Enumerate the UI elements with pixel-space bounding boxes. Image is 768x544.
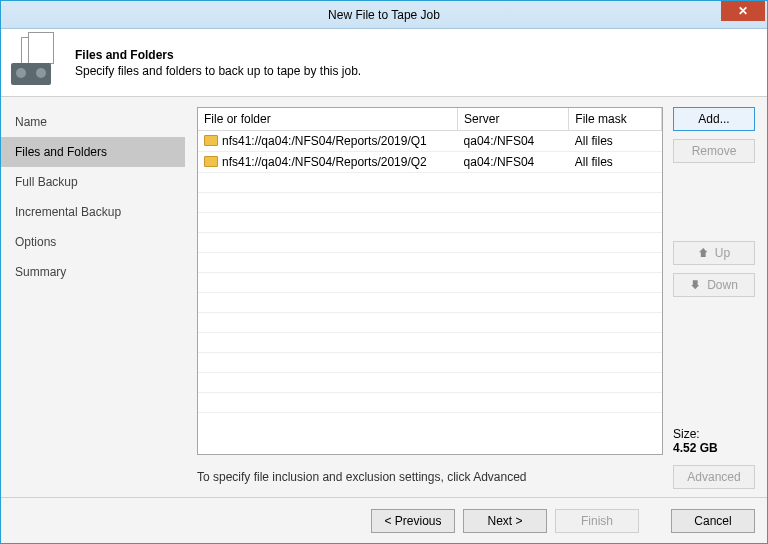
size-label: Size: [673, 427, 755, 441]
sidebar-item-options[interactable]: Options [1, 227, 185, 257]
wizard-body: Name Files and Folders Full Backup Incre… [1, 97, 767, 497]
cell-mask: All files [569, 152, 662, 173]
button-label: Finish [581, 514, 613, 528]
sidebar-item-name[interactable]: Name [1, 107, 185, 137]
button-label: Down [707, 278, 738, 292]
cancel-button[interactable]: Cancel [671, 509, 755, 533]
button-label: Add... [698, 112, 729, 126]
tape-files-icon [11, 37, 63, 89]
table-row [198, 293, 662, 313]
down-button: 🡇Down [673, 273, 755, 297]
arrow-down-icon: 🡇 [690, 279, 701, 291]
table-row [198, 353, 662, 373]
table-row [198, 213, 662, 233]
folder-icon [204, 135, 218, 146]
previous-button[interactable]: < Previous [371, 509, 455, 533]
close-icon: ✕ [738, 4, 748, 18]
files-grid[interactable]: File or folder Server File mask nfs41://… [197, 107, 663, 455]
sidebar-item-incremental-backup[interactable]: Incremental Backup [1, 197, 185, 227]
button-label: Next > [487, 514, 522, 528]
finish-button: Finish [555, 509, 639, 533]
table-row [198, 313, 662, 333]
col-server[interactable]: Server [458, 108, 569, 131]
wizard-steps: Name Files and Folders Full Backup Incre… [1, 97, 185, 497]
main-top: File or folder Server File mask nfs41://… [197, 107, 755, 455]
cell-mask: All files [569, 131, 662, 152]
wizard-header-text: Files and Folders Specify files and fold… [75, 48, 361, 78]
table-row[interactable]: nfs41://qa04:/NFS04/Reports/2019/Q1 qa04… [198, 131, 662, 152]
cell-path: nfs41://qa04:/NFS04/Reports/2019/Q2 [222, 155, 427, 169]
cell-path: nfs41://qa04:/NFS04/Reports/2019/Q1 [222, 134, 427, 148]
button-label: Advanced [687, 470, 740, 484]
advanced-hint: To specify file inclusion and exclusion … [197, 470, 673, 484]
sidebar-item-files-folders[interactable]: Files and Folders [1, 137, 185, 167]
cell-server: qa04:/NFS04 [458, 152, 569, 173]
table-row [198, 373, 662, 393]
hint-row: To specify file inclusion and exclusion … [197, 465, 755, 489]
wizard-footer: < Previous Next > Finish Cancel [1, 497, 767, 543]
sidebar-item-label: Name [15, 115, 47, 129]
grid-wrap: File or folder Server File mask nfs41://… [197, 107, 663, 455]
titlebar: New File to Tape Job ✕ [1, 1, 767, 29]
sidebar-item-full-backup[interactable]: Full Backup [1, 167, 185, 197]
button-label: Remove [692, 144, 737, 158]
col-file-or-folder[interactable]: File or folder [198, 108, 458, 131]
sidebar-item-label: Summary [15, 265, 66, 279]
size-value: 4.52 GB [673, 441, 755, 455]
button-label: Cancel [694, 514, 731, 528]
table-row [198, 393, 662, 413]
close-button[interactable]: ✕ [721, 1, 765, 21]
size-display: Size: 4.52 GB [673, 427, 755, 455]
table-header-row: File or folder Server File mask [198, 108, 662, 131]
table-row[interactable]: nfs41://qa04:/NFS04/Reports/2019/Q2 qa04… [198, 152, 662, 173]
folder-icon [204, 156, 218, 167]
side-button-column: Add... Remove 🡅Up 🡇Down Size: 4.52 GB [663, 107, 755, 455]
button-label: < Previous [384, 514, 441, 528]
table-row [198, 233, 662, 253]
step-subtitle: Specify files and folders to back up to … [75, 64, 361, 78]
up-button: 🡅Up [673, 241, 755, 265]
step-title: Files and Folders [75, 48, 361, 62]
next-button[interactable]: Next > [463, 509, 547, 533]
sidebar-item-label: Full Backup [15, 175, 78, 189]
table-row [198, 193, 662, 213]
sidebar-item-label: Options [15, 235, 56, 249]
table-row [198, 413, 662, 433]
col-file-mask[interactable]: File mask [569, 108, 662, 131]
remove-button: Remove [673, 139, 755, 163]
sidebar-item-label: Files and Folders [15, 145, 107, 159]
table-row [198, 253, 662, 273]
table-row [198, 333, 662, 353]
add-button[interactable]: Add... [673, 107, 755, 131]
main-panel: File or folder Server File mask nfs41://… [185, 97, 767, 497]
advanced-button: Advanced [673, 465, 755, 489]
cell-server: qa04:/NFS04 [458, 131, 569, 152]
sidebar-item-summary[interactable]: Summary [1, 257, 185, 287]
button-label: Up [715, 246, 730, 260]
table-row [198, 273, 662, 293]
arrow-up-icon: 🡅 [698, 247, 709, 259]
table-row [198, 173, 662, 193]
window-title: New File to Tape Job [1, 8, 767, 22]
dialog-window: New File to Tape Job ✕ Files and Folders… [0, 0, 768, 544]
wizard-header: Files and Folders Specify files and fold… [1, 29, 767, 97]
sidebar-item-label: Incremental Backup [15, 205, 121, 219]
